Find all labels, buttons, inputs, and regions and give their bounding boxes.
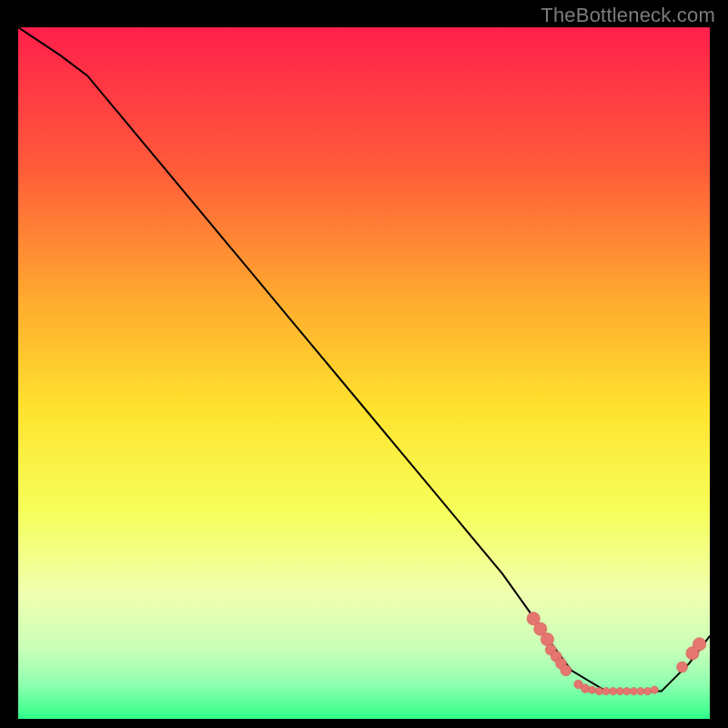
data-marker	[693, 638, 705, 651]
plot-area	[18, 27, 710, 719]
data-marker	[637, 687, 644, 694]
chart-container: TheBottleneck.com	[0, 0, 728, 728]
data-marker	[643, 687, 651, 694]
data-marker	[602, 687, 610, 694]
data-marker	[651, 686, 658, 693]
data-marker	[623, 687, 631, 694]
watermark-text: TheBottleneck.com	[541, 4, 715, 27]
data-marker	[581, 684, 590, 693]
data-marker	[541, 632, 553, 645]
data-marker	[595, 687, 602, 694]
data-marker	[630, 687, 637, 694]
data-marker	[677, 662, 688, 672]
data-marker	[561, 665, 571, 676]
data-marker	[616, 687, 623, 694]
gradient-background	[18, 27, 710, 719]
data-marker	[609, 687, 616, 694]
chart-svg	[18, 27, 710, 719]
data-marker	[589, 686, 596, 693]
